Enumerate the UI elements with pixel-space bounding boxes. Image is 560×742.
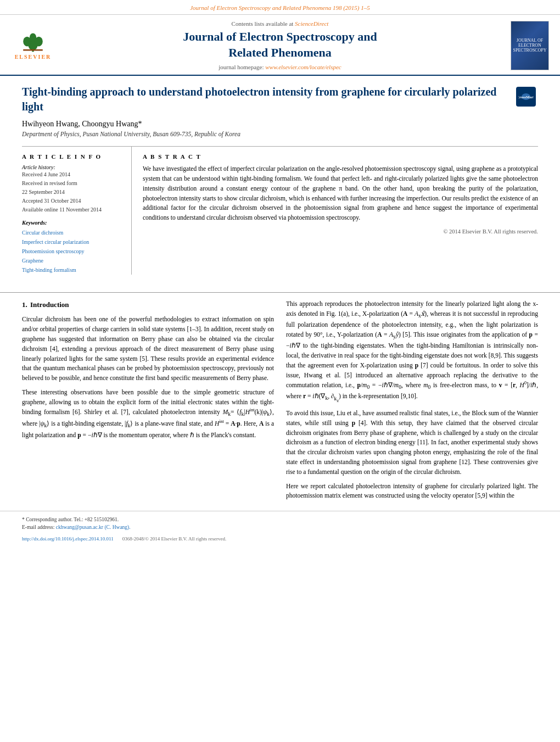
body-right-col: This approach reproduces the photoelectr…: [286, 299, 538, 505]
abstract-text: We have investigated the effect of imper…: [143, 164, 538, 223]
keywords-section: Keywords: Circular dichroismImperfect ci…: [22, 220, 126, 275]
copyright: © 2014 Elsevier B.V. All rights reserved…: [143, 228, 538, 235]
keyword-item: Circular dichroism: [22, 228, 126, 237]
svg-rect-5: [23, 49, 43, 51]
elsevier-logo-area: ELSEVIER: [11, 29, 60, 62]
crossmark-area: CrossMark: [516, 87, 538, 107]
svg-text:CrossMark: CrossMark: [518, 95, 534, 99]
footnotes: * Corresponding author. Tel.: +82 515102…: [0, 511, 560, 534]
history-label: Article history:: [22, 164, 126, 170]
journal-homepage-link[interactable]: www.elsevier.com/locate/elspec: [265, 64, 341, 70]
contents-line: Contents lists available at ScienceDirec…: [60, 20, 500, 27]
received-revised-date: 22 September 2014: [22, 188, 126, 197]
top-bar: Journal of Electron Spectroscopy and Rel…: [0, 0, 560, 15]
section1-heading: 1. Introduction: [22, 299, 274, 310]
elsevier-tree-icon: [16, 31, 49, 53]
abstract-section: A B S T R A C T We have investigated the…: [143, 153, 538, 235]
article-info: A R T I C L E I N F O Article history: R…: [22, 153, 126, 275]
article-title: Tight-binding approach to understand pho…: [22, 85, 511, 114]
issn-line: 0368-2048/© 2014 Elsevier B.V. All right…: [122, 536, 226, 542]
header-area: ELSEVIER Contents lists available at Sci…: [0, 15, 560, 76]
crossmark-badge: CrossMark: [516, 87, 536, 107]
keyword-item: Tight-binding formalism: [22, 265, 126, 275]
accepted-date: Accepted 31 October 2014: [22, 197, 126, 205]
header-center: Contents lists available at ScienceDirec…: [60, 20, 500, 70]
journal-title: Journal of Electron Spectroscopy and Rel…: [60, 29, 500, 60]
keyword-item: Imperfect circular polarization: [22, 237, 126, 247]
article-affiliation: Department of Physics, Pusan National Un…: [22, 131, 511, 137]
article-history: Article history: Received 4 June 2014 Re…: [22, 164, 126, 214]
sciencedirect-link[interactable]: ScienceDirect: [295, 20, 328, 27]
journal-thumbnail: JOURNAL OFELECTRONSPECTROSCOPY: [511, 21, 549, 70]
body-para-right-1: This approach reproduces the photoelectr…: [286, 299, 538, 404]
article-content: Tight-binding approach to understand pho…: [0, 76, 560, 283]
elsevier-wordmark: ELSEVIER: [15, 54, 52, 60]
svg-point-4: [30, 34, 36, 42]
info-abstract-section: A R T I C L E I N F O Article history: R…: [22, 146, 538, 275]
section-divider: [0, 292, 560, 293]
corresponding-author: * Corresponding author. Tel.: +82 515102…: [22, 516, 538, 523]
body-para-1: Circular dichroism has been one of the p…: [22, 315, 274, 383]
available-date: Available online 11 November 2014: [22, 205, 126, 214]
keyword-item: Graphene: [22, 256, 126, 265]
section1-num: 1.: [22, 300, 27, 309]
journal-citation: Journal of Electron Spectroscopy and Rel…: [190, 4, 370, 11]
body-para-2: These interesting observations have been…: [22, 388, 274, 440]
abstract-col: A B S T R A C T We have investigated the…: [143, 147, 538, 275]
received-revised-label: Received in revised form: [22, 179, 126, 188]
body-left-col: 1. Introduction Circular dichroism has b…: [22, 299, 274, 505]
article-title-section: Tight-binding approach to understand pho…: [22, 85, 538, 141]
body-columns: 1. Introduction Circular dichroism has b…: [0, 299, 560, 505]
body-para-right-3: Here we report calculated photoelectron …: [286, 482, 538, 501]
article-info-col: A R T I C L E I N F O Article history: R…: [22, 147, 132, 275]
journal-homepage: journal homepage: www.elsevier.com/locat…: [60, 64, 500, 70]
keywords-heading: Keywords:: [22, 220, 126, 226]
body-para-right-2: To avoid this issue, Liu et al., have as…: [286, 409, 538, 477]
keyword-item: Photoemission spectroscopy: [22, 247, 126, 256]
crossmark-icon: CrossMark: [518, 89, 534, 104]
footer-bar: http://dx.doi.org/10.1016/j.elspec.2014.…: [0, 534, 560, 544]
page: Journal of Electron Spectroscopy and Rel…: [0, 0, 560, 742]
email-link[interactable]: ckhwang@pusan.ac.kr (C. Hwang).: [56, 525, 131, 530]
elsevier-logo: ELSEVIER: [11, 29, 55, 62]
doi-link[interactable]: http://dx.doi.org/10.1016/j.elspec.2014.…: [22, 536, 114, 542]
keywords-list: Circular dichroismImperfect circular pol…: [22, 228, 126, 275]
header-logo-right: JOURNAL OFELECTRONSPECTROSCOPY: [500, 21, 549, 70]
abstract-heading: A B S T R A C T: [143, 153, 538, 160]
article-title-area: Tight-binding approach to understand pho…: [22, 85, 511, 141]
article-info-heading: A R T I C L E I N F O: [22, 153, 126, 160]
email-footnote: E-mail address: ckhwang@pusan.ac.kr (C. …: [22, 523, 538, 531]
article-authors: Hwihyeon Hwang, Choongyu Hwang*: [22, 120, 511, 129]
received-date1: Received 4 June 2014: [22, 170, 126, 179]
